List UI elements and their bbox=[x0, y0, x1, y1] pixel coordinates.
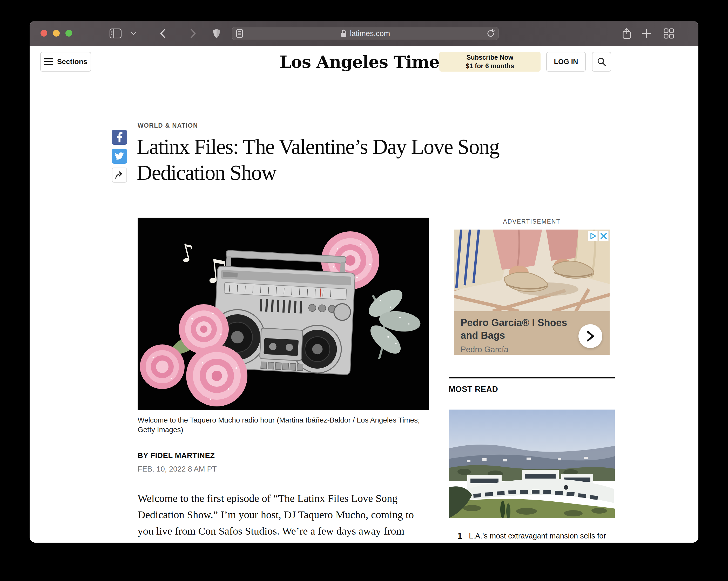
share-icon[interactable] bbox=[620, 21, 634, 46]
chevron-right-icon bbox=[587, 330, 594, 342]
subscribe-line2: $1 for 6 months bbox=[466, 62, 514, 70]
facebook-icon bbox=[116, 132, 123, 142]
section-kicker[interactable]: WORLD & NATION bbox=[138, 122, 198, 129]
zoom-window-button[interactable] bbox=[66, 30, 72, 36]
article-page: WORLD & NATION Latinx Files: The Valenti… bbox=[30, 77, 698, 543]
twitter-share-button[interactable] bbox=[112, 148, 127, 164]
ad-photo[interactable] bbox=[454, 229, 609, 311]
traffic-lights bbox=[41, 30, 72, 36]
forward-button[interactable] bbox=[187, 21, 200, 46]
tab-overview-icon[interactable] bbox=[661, 21, 677, 46]
twitter-icon bbox=[115, 152, 124, 160]
ad-panel[interactable]: Pedro García® I Shoes and Bags Pedro Gar… bbox=[454, 311, 609, 355]
login-button[interactable]: LOG IN bbox=[546, 52, 586, 72]
back-button[interactable] bbox=[156, 21, 169, 46]
most-read-rule bbox=[449, 377, 615, 379]
most-read-link[interactable]: L.A.’s most extravagant mansion sells fo… bbox=[469, 531, 614, 543]
address-bar[interactable]: latimes.com bbox=[232, 27, 499, 40]
browser-toolbar: latimes.com bbox=[30, 21, 698, 46]
most-read-item-1[interactable]: 1 L.A.’s most extravagant mansion sells … bbox=[449, 531, 615, 543]
more-share-button[interactable] bbox=[112, 168, 127, 183]
ad-cta-button[interactable] bbox=[578, 324, 602, 348]
reload-icon[interactable] bbox=[487, 29, 495, 38]
most-read-thumbnail[interactable] bbox=[449, 410, 615, 518]
ad-card[interactable]: Pedro García® I Shoes and Bags Pedro Gar… bbox=[454, 229, 609, 355]
subscribe-line1: Subscribe Now bbox=[467, 53, 514, 62]
lock-icon bbox=[341, 30, 347, 37]
subscribe-button[interactable]: Subscribe Now $1 for 6 months bbox=[439, 52, 541, 72]
minimize-window-button[interactable] bbox=[53, 30, 60, 36]
share-arrow-icon bbox=[115, 171, 124, 179]
desktop: latimes.com Sections bbox=[0, 0, 728, 581]
facebook-share-button[interactable] bbox=[112, 130, 127, 145]
article-body: Welcome to the first episode of “The Lat… bbox=[138, 490, 431, 543]
hero-image: ♪ ♫ bbox=[138, 218, 428, 410]
sidebar-icon[interactable] bbox=[106, 21, 125, 46]
publish-date: FEB. 10, 2022 8 AM PT bbox=[138, 465, 217, 473]
advertisement-label: ADVERTISEMENT bbox=[449, 218, 615, 225]
byline[interactable]: BY FIDEL MARTINEZ bbox=[138, 451, 215, 460]
new-tab-icon[interactable] bbox=[639, 21, 654, 46]
url-text: latimes.com bbox=[350, 29, 390, 38]
image-caption: Welcome to the Taquero Mucho radio hour … bbox=[138, 415, 430, 435]
chevron-down-icon[interactable] bbox=[128, 21, 139, 46]
safari-window: latimes.com Sections bbox=[30, 21, 698, 543]
article-title: Latinx Files: The Valentine’s Day Love S… bbox=[137, 134, 557, 186]
site-header: Sections Los Angeles Times Subscribe Now… bbox=[30, 46, 698, 77]
social-share-column bbox=[112, 130, 127, 183]
close-window-button[interactable] bbox=[41, 30, 47, 36]
search-icon bbox=[597, 57, 606, 66]
ad-headline[interactable]: Pedro García® I Shoes and Bags bbox=[461, 316, 572, 342]
most-read-heading: MOST READ bbox=[449, 385, 498, 394]
rank-number: 1 bbox=[449, 531, 469, 543]
ad-advertiser: Pedro García bbox=[461, 345, 603, 354]
search-button[interactable] bbox=[592, 52, 611, 72]
privacy-shield-icon[interactable] bbox=[209, 21, 224, 46]
